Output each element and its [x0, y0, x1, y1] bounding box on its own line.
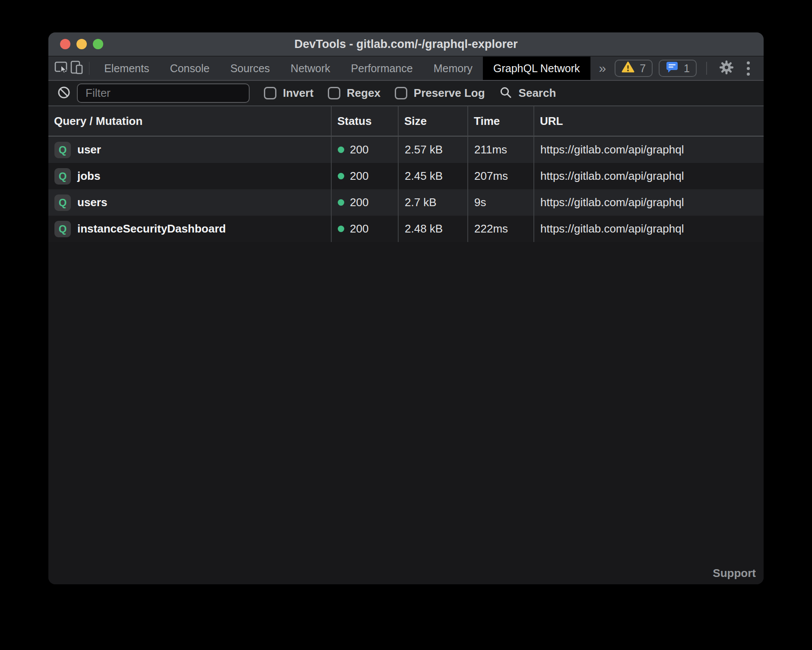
network-filter-bar: Invert Regex Preserve Log Search: [48, 81, 764, 106]
table-header: Query / Mutation Status Size Time URL: [48, 106, 764, 137]
title-bar: DevTools - gitlab.com/-/graphql-explorer: [48, 32, 764, 57]
tab-console[interactable]: Console: [159, 57, 220, 80]
query-name: instanceSecurityDashboard: [77, 222, 226, 236]
request-url: https://gitlab.com/api/graphql: [533, 216, 764, 242]
messages-counter-button[interactable]: 1: [659, 60, 697, 77]
invert-label: Invert: [283, 86, 314, 100]
tab-memory[interactable]: Memory: [423, 57, 483, 80]
tab-sources[interactable]: Sources: [220, 57, 280, 80]
double-chevron-icon: »: [599, 61, 606, 76]
toolbar-right-tools: 7 1: [615, 57, 764, 80]
request-time: 211ms: [467, 137, 533, 163]
query-type-badge: Q: [54, 194, 71, 211]
search-label: Search: [519, 86, 556, 100]
status-code: 200: [350, 222, 368, 236]
request-time: 222ms: [467, 216, 533, 242]
warning-icon: [622, 61, 634, 76]
messages-count: 1: [684, 62, 690, 75]
status-code: 200: [350, 196, 368, 209]
gear-icon: [719, 60, 734, 76]
tab-network[interactable]: Network: [280, 57, 341, 80]
main-menu-button[interactable]: [742, 61, 754, 76]
table-row[interactable]: Q instanceSecurityDashboard 200 2.48 kB …: [48, 216, 764, 242]
request-url: https://gitlab.com/api/graphql: [533, 189, 764, 216]
column-header-time[interactable]: Time: [467, 106, 533, 137]
filter-input[interactable]: [77, 83, 250, 103]
tab-performance[interactable]: Performance: [341, 57, 423, 80]
message-bubble-icon: [666, 61, 679, 76]
regex-label: Regex: [347, 86, 381, 100]
status-code: 200: [350, 169, 368, 183]
support-link[interactable]: Support: [713, 567, 756, 580]
window-title: DevTools - gitlab.com/-/graphql-explorer: [294, 38, 517, 51]
response-size: 2.48 kB: [398, 216, 467, 242]
column-header-status[interactable]: Status: [331, 106, 398, 137]
zoom-button[interactable]: [93, 39, 103, 49]
query-name: users: [77, 196, 107, 209]
request-url: https://gitlab.com/api/graphql: [533, 163, 764, 189]
warnings-count: 7: [640, 62, 646, 75]
query-type-badge: Q: [54, 142, 71, 158]
request-time: 9s: [467, 189, 533, 216]
query-type-badge: Q: [54, 168, 71, 185]
query-name: user: [77, 143, 101, 156]
empty-panel-area: [48, 242, 764, 584]
close-button[interactable]: [60, 39, 70, 49]
devtools-tab-bar: Elements Console Sources Network Perform…: [48, 57, 764, 81]
table-row[interactable]: Q user 200 2.57 kB 211ms https://gitlab.…: [48, 137, 764, 163]
preserve-log-checkbox[interactable]: [395, 87, 407, 99]
column-header-size[interactable]: Size: [398, 106, 467, 137]
response-size: 2.7 kB: [398, 189, 467, 216]
query-type-badge: Q: [54, 221, 71, 237]
table-row[interactable]: Q users 200 2.7 kB 9s https://gitlab.com…: [48, 189, 764, 216]
warnings-counter-button[interactable]: 7: [615, 60, 653, 77]
preserve-log-label: Preserve Log: [414, 86, 485, 100]
response-size: 2.45 kB: [398, 163, 467, 189]
devtools-window: DevTools - gitlab.com/-/graphql-explorer…: [48, 32, 764, 584]
status-ok-dot: [338, 226, 344, 232]
invert-checkbox[interactable]: [264, 87, 276, 99]
status-code: 200: [350, 143, 368, 156]
column-header-query-mutation[interactable]: Query / Mutation: [48, 106, 331, 137]
table-row[interactable]: Q jobs 200 2.45 kB 207ms https://gitlab.…: [48, 163, 764, 189]
kebab-menu-icon: [747, 61, 750, 64]
status-ok-dot: [338, 199, 344, 206]
regex-checkbox[interactable]: [328, 87, 340, 99]
status-ok-dot: [338, 173, 344, 179]
tab-elements[interactable]: Elements: [94, 57, 159, 80]
minimize-button[interactable]: [76, 39, 87, 49]
inspect-element-button[interactable]: [54, 57, 69, 80]
search-button[interactable]: Search: [499, 86, 556, 101]
more-tabs-button[interactable]: »: [590, 57, 615, 80]
inspect-cursor-icon: [54, 60, 69, 76]
clear-requests-button[interactable]: [57, 86, 71, 101]
column-header-url[interactable]: URL: [533, 106, 764, 137]
tab-graphql-network[interactable]: GraphQL Network: [483, 57, 590, 80]
status-ok-dot: [338, 147, 344, 153]
search-icon: [499, 86, 512, 101]
settings-button[interactable]: [717, 60, 736, 76]
request-time: 207ms: [467, 163, 533, 189]
device-toolbar-icon: [70, 60, 84, 76]
request-url: https://gitlab.com/api/graphql: [533, 137, 764, 163]
query-name: jobs: [77, 169, 100, 183]
toolbar-separator: [89, 62, 90, 75]
traffic-lights: [60, 32, 103, 56]
device-toolbar-button[interactable]: [69, 57, 85, 80]
toolbar-separator: [706, 62, 707, 75]
response-size: 2.57 kB: [398, 137, 467, 163]
